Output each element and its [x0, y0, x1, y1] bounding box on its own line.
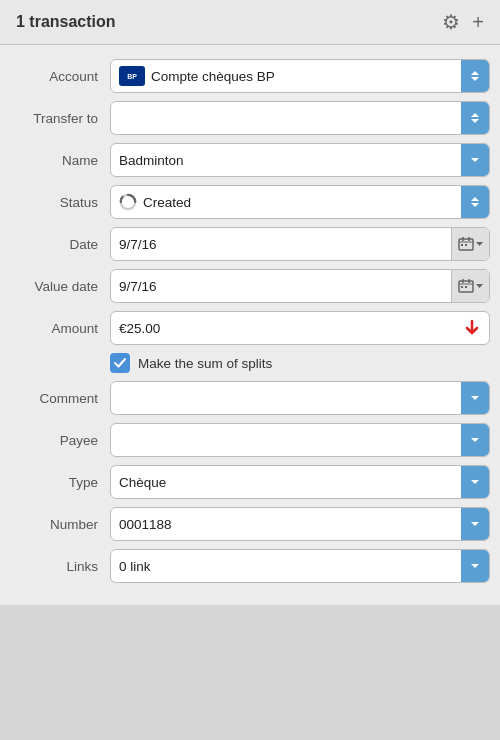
status-label: Status	[0, 195, 110, 210]
number-row: Number 0001188	[0, 505, 500, 543]
svg-rect-11	[461, 286, 463, 288]
comment-dropdown-btn[interactable]	[461, 382, 489, 414]
amount-field[interactable]: €25.00	[110, 311, 490, 345]
status-dropdown[interactable]: Created	[110, 185, 490, 219]
checkmark-icon	[114, 358, 126, 368]
account-control: BP Compte chèques BP	[110, 59, 490, 93]
gear-icon[interactable]: ⚙	[442, 10, 460, 34]
header: 1 transaction ⚙ +	[0, 0, 500, 45]
chevron-down-icon	[471, 520, 479, 528]
amount-value: €25.00	[111, 321, 455, 336]
type-control: Chèque	[110, 465, 490, 499]
date-label: Date	[0, 237, 110, 252]
payee-control	[110, 423, 490, 457]
links-row: Links 0 link	[0, 547, 500, 585]
value-date-value: 9/7/16	[111, 279, 451, 294]
value-date-row: Value date 9/7/16	[0, 267, 500, 305]
bank-logo: BP	[119, 66, 145, 86]
payee-dropdown-btn[interactable]	[461, 424, 489, 456]
number-control: 0001188	[110, 507, 490, 541]
comment-control	[110, 381, 490, 415]
name-control: Badminton	[110, 143, 490, 177]
amount-control: €25.00	[110, 311, 490, 345]
number-label: Number	[0, 517, 110, 532]
splits-checkbox-row: Make the sum of splits	[0, 353, 500, 373]
chevron-down-small-icon	[476, 241, 483, 247]
account-value: BP Compte chèques BP	[111, 66, 461, 86]
comment-row: Comment	[0, 379, 500, 417]
type-value: Chèque	[111, 475, 461, 490]
chevron-down-icon	[471, 394, 479, 402]
value-date-field[interactable]: 9/7/16	[110, 269, 490, 303]
header-actions: ⚙ +	[442, 10, 484, 34]
chevron-down-icon	[471, 156, 479, 164]
value-date-calendar-btn[interactable]	[451, 270, 489, 302]
page-title: 1 transaction	[16, 13, 116, 31]
name-value: Badminton	[111, 153, 461, 168]
account-label: Account	[0, 69, 110, 84]
splits-checkbox-label: Make the sum of splits	[138, 356, 272, 371]
calendar-icon	[458, 279, 474, 293]
chevron-down-icon	[471, 562, 479, 570]
calendar-icon	[458, 237, 474, 251]
account-dropdown[interactable]: BP Compte chèques BP	[110, 59, 490, 93]
chevron-down-icon	[471, 478, 479, 486]
date-calendar-btn[interactable]	[451, 228, 489, 260]
date-control: 9/7/16	[110, 227, 490, 261]
comment-dropdown[interactable]	[110, 381, 490, 415]
transfer-to-control	[110, 101, 490, 135]
svg-rect-12	[465, 286, 467, 288]
payee-label: Payee	[0, 433, 110, 448]
status-value: Created	[111, 193, 461, 211]
svg-rect-6	[465, 244, 467, 246]
chevron-down-icon	[471, 436, 479, 444]
links-dropdown[interactable]: 0 link	[110, 549, 490, 583]
value-date-label: Value date	[0, 279, 110, 294]
number-dropdown[interactable]: 0001188	[110, 507, 490, 541]
status-control: Created	[110, 185, 490, 219]
number-value: 0001188	[111, 517, 461, 532]
status-dropdown-btn[interactable]	[461, 186, 489, 218]
chevron-updown-icon	[470, 70, 480, 82]
transfer-to-label: Transfer to	[0, 111, 110, 126]
name-dropdown[interactable]: Badminton	[110, 143, 490, 177]
amount-direction-btn[interactable]	[455, 312, 489, 344]
plus-icon[interactable]: +	[472, 11, 484, 34]
type-dropdown-btn[interactable]	[461, 466, 489, 498]
date-field[interactable]: 9/7/16	[110, 227, 490, 261]
comment-label: Comment	[0, 391, 110, 406]
payee-row: Payee	[0, 421, 500, 459]
amount-label: Amount	[0, 321, 110, 336]
name-dropdown-btn[interactable]	[461, 144, 489, 176]
account-row: Account BP Compte chèques BP	[0, 57, 500, 95]
transfer-to-dropdown-btn[interactable]	[461, 102, 489, 134]
payee-dropdown[interactable]	[110, 423, 490, 457]
account-dropdown-btn[interactable]	[461, 60, 489, 92]
chevron-updown-icon	[470, 112, 480, 124]
svg-rect-5	[461, 244, 463, 246]
name-row: Name Badminton	[0, 141, 500, 179]
links-control: 0 link	[110, 549, 490, 583]
down-arrow-icon	[463, 319, 481, 337]
spinner-icon	[119, 193, 137, 211]
chevron-updown-icon	[470, 196, 480, 208]
links-dropdown-btn[interactable]	[461, 550, 489, 582]
chevron-down-small-icon	[476, 283, 483, 289]
type-dropdown[interactable]: Chèque	[110, 465, 490, 499]
date-row: Date 9/7/16	[0, 225, 500, 263]
number-dropdown-btn[interactable]	[461, 508, 489, 540]
status-row: Status Created	[0, 183, 500, 221]
links-value: 0 link	[111, 559, 461, 574]
type-label: Type	[0, 475, 110, 490]
transfer-to-dropdown[interactable]	[110, 101, 490, 135]
name-label: Name	[0, 153, 110, 168]
type-row: Type Chèque	[0, 463, 500, 501]
value-date-control: 9/7/16	[110, 269, 490, 303]
amount-row: Amount €25.00	[0, 309, 500, 347]
links-label: Links	[0, 559, 110, 574]
splits-checkbox[interactable]	[110, 353, 130, 373]
transaction-form: Account BP Compte chèques BP Transfer to	[0, 45, 500, 605]
transfer-to-row: Transfer to	[0, 99, 500, 137]
date-value: 9/7/16	[111, 237, 451, 252]
